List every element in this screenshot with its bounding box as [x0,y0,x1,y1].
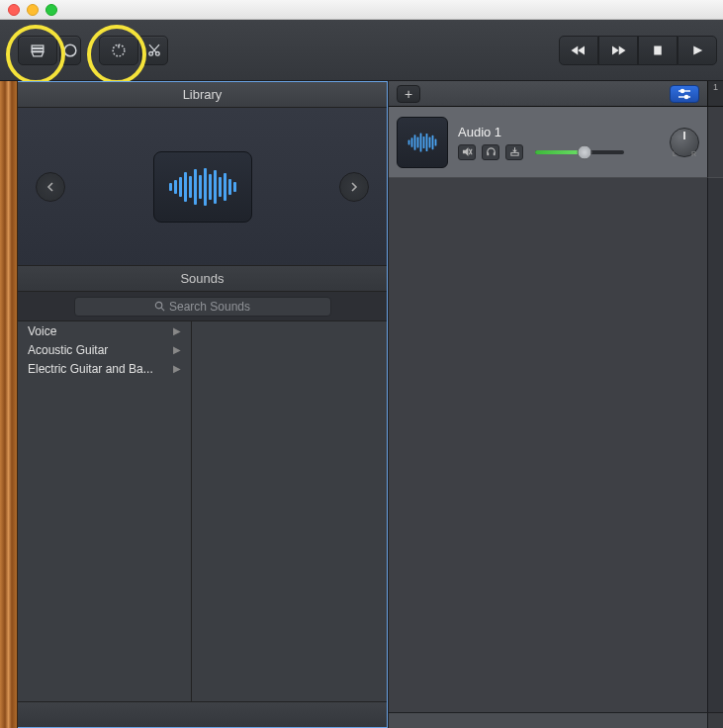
svg-rect-0 [32,46,44,48]
zoom-window-button[interactable] [45,4,57,16]
svg-marker-12 [693,46,702,55]
track-list-header: + [389,81,707,106]
track-type-icon [397,117,448,168]
svg-marker-19 [462,147,468,156]
chevron-right-icon: ▶ [173,363,181,374]
category-column-2 [192,321,387,701]
category-label: Acoustic Guitar [28,343,108,357]
track-filter-button[interactable] [670,85,699,103]
window-titlebar [0,0,723,20]
close-window-button[interactable] [8,4,20,16]
tracks-empty-area[interactable] [389,178,723,712]
volume-thumb[interactable] [577,144,591,159]
preset-tile[interactable] [153,151,252,223]
forward-button[interactable] [598,36,638,65]
library-preview [18,108,387,266]
svg-marker-9 [612,46,619,55]
svg-marker-10 [619,46,626,55]
h-scroll-cap[interactable] [707,713,723,728]
tracks-footer [389,712,723,728]
waveform-icon [169,168,236,206]
editors-toggle-button[interactable] [140,36,168,65]
category-browser: Voice▶ Acoustic Guitar▶ Electric Guitar … [18,321,387,701]
smart-controls-toggle-button[interactable] [99,36,138,65]
waveform-icon [408,133,437,151]
quick-help-toggle-button[interactable] [59,36,81,65]
search-icon [154,301,165,312]
search-placeholder: Search Sounds [169,300,250,314]
mute-icon [462,146,473,157]
stop-button[interactable] [638,36,678,65]
rewind-button[interactable] [559,36,598,65]
category-item-voice[interactable]: Voice▶ [18,321,191,340]
library-header: Library [18,82,387,108]
chevron-right-icon: ▶ [173,344,181,355]
track-name[interactable]: Audio 1 [458,125,652,139]
svg-point-18 [684,95,687,98]
svg-rect-11 [654,46,662,55]
search-sounds-input[interactable]: Search Sounds [74,297,331,317]
category-label: Voice [28,324,56,338]
category-column-1: Voice▶ Acoustic Guitar▶ Electric Guitar … [18,321,192,701]
svg-point-2 [64,45,76,56]
svg-rect-23 [493,152,495,155]
main-area: Library Sounds Search Sounds Voice▶ [0,81,723,728]
track-header[interactable]: Audio 1 L R [389,107,707,178]
sounds-header: Sounds [18,266,387,292]
svg-point-13 [155,302,161,308]
scissors-icon [144,41,164,60]
preset-next-button[interactable] [339,172,369,202]
library-icon [28,41,47,60]
svg-line-14 [161,308,164,311]
track-controls [458,144,652,160]
svg-rect-1 [32,48,44,51]
track-lane-1[interactable] [707,107,723,178]
category-item-electric-guitar[interactable]: Electric Guitar and Ba...▶ [18,359,191,378]
pan-l-label: L [673,150,677,157]
add-track-button[interactable]: + [397,85,420,103]
category-label: Electric Guitar and Ba... [28,362,153,376]
track-info: Audio 1 [458,125,652,160]
empty-track-headers [389,178,707,712]
tracks-area: + 1 Audio 1 [388,81,723,728]
svg-point-17 [680,89,683,92]
svg-marker-7 [578,46,585,55]
chevron-left-icon [45,182,55,192]
chevron-right-icon [349,182,359,192]
quick-help-icon [60,41,80,60]
mute-button[interactable] [458,144,476,160]
svg-marker-8 [572,46,579,55]
track-row-1[interactable]: Audio 1 L R [389,107,723,178]
minimize-window-button[interactable] [27,4,39,16]
wood-side-panel [0,81,18,728]
filter-icon [677,88,692,100]
pan-knob[interactable]: L R [670,128,699,157]
empty-arrange-lane[interactable] [707,178,723,712]
transport-controls [559,36,717,65]
chevron-right-icon: ▶ [173,325,181,336]
headphones-icon [486,146,497,157]
input-icon [509,146,520,157]
volume-slider[interactable] [535,150,624,154]
input-monitor-button[interactable] [505,144,523,160]
play-button[interactable] [678,36,717,65]
solo-button[interactable] [482,144,499,160]
preset-prev-button[interactable] [36,172,65,202]
library-footer [18,701,387,727]
pan-r-label: R [691,150,696,157]
ruler-bar-1[interactable]: 1 [707,81,723,106]
svg-rect-24 [510,152,517,155]
library-panel: Library Sounds Search Sounds Voice▶ [18,81,388,728]
toolbar [0,20,723,81]
category-item-acoustic-guitar[interactable]: Acoustic Guitar▶ [18,340,191,359]
svg-rect-22 [487,152,489,155]
tracks-header-strip: + 1 [389,81,723,107]
library-toggle-button[interactable] [18,36,57,65]
search-row: Search Sounds [18,292,387,321]
smart-controls-icon [109,41,129,60]
